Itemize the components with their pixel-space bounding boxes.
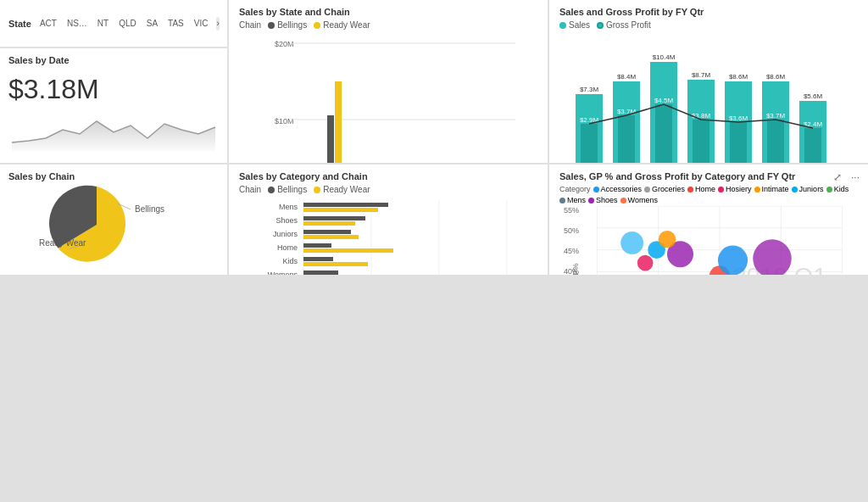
legend-kids: Kids (826, 185, 849, 193)
state-chevron-button[interactable]: › (216, 17, 219, 31)
legend-readywear: Ready Wear (314, 20, 370, 30)
sales-category-panel: Sales by Category and Chain Chain Bellin… (229, 165, 548, 275)
sales-sparkline (8, 109, 219, 151)
svg-point-126 (620, 231, 643, 254)
cat-bellings-dot (268, 187, 275, 193)
svg-text:$3.6M: $3.6M (729, 114, 748, 122)
svg-text:Home: Home (277, 243, 298, 252)
legend-groceries: Groceries (644, 185, 685, 193)
state-pill-tas[interactable]: TAS (164, 17, 187, 30)
sales-chain-panel: Sales by Chain Bellings Ready Wear (0, 165, 227, 275)
pie-container: Bellings Ready Wear (8, 185, 219, 265)
legend-shoes: Shoes (588, 196, 618, 204)
scatter-toolbar: ⤢ ··· (830, 170, 863, 185)
sales-dot (559, 22, 566, 29)
svg-rect-32 (581, 124, 598, 163)
category-legend: Chain Bellings Ready Wear (239, 185, 537, 194)
cat-readywear-dot (314, 187, 320, 193)
readywear-label: Ready Wear (323, 20, 370, 30)
state-pills: ACT NS… NT QLD SA TAS VIC (36, 17, 212, 30)
state-chain-legend-label: Chain (239, 20, 261, 30)
scatter-legend: Category Accessories Groceries Home Hosi… (559, 185, 858, 204)
scatter-category-label: Category (559, 185, 591, 193)
category-chart: $0M $5M Mens Shoes Juniors Home K (239, 199, 537, 275)
state-chain-chart: $20M $10M $0M (239, 35, 537, 163)
state-pill-qld[interactable]: QLD (115, 17, 140, 30)
svg-rect-36 (618, 115, 635, 163)
svg-text:$5.6M: $5.6M (804, 92, 823, 100)
sales-scatter-panel: Sales, GP % and Gross Profit by Category… (549, 165, 868, 275)
gross-profit-label: Gross Profit (606, 20, 651, 30)
sales-gross-profit-panel: Sales and Gross Profit by FY Qtr Sales G… (549, 0, 868, 163)
legend-hosiery: Hosiery (718, 185, 752, 193)
svg-rect-80 (303, 221, 355, 226)
sales-date-title: Sales by Date (8, 55, 219, 65)
svg-text:$20M: $20M (275, 40, 294, 48)
svg-text:Bellings: Bellings (135, 204, 164, 214)
chain-pie-chart: Bellings Ready Wear (37, 174, 190, 275)
svg-text:$4.5M: $4.5M (654, 97, 674, 104)
state-pill-nt[interactable]: NT (94, 17, 112, 30)
scatter-title: Sales, GP % and Gross Profit by Category… (559, 171, 858, 181)
svg-text:Juniors: Juniors (273, 230, 298, 238)
svg-rect-8 (327, 115, 334, 163)
readywear-dot (314, 22, 320, 29)
svg-text:$10.4M: $10.4M (653, 53, 676, 61)
y-label-45: 45% (564, 247, 579, 255)
legend-home: Home (687, 185, 715, 193)
svg-text:$3.7M: $3.7M (617, 108, 637, 115)
legend-intimate: Intimate (754, 185, 789, 193)
legend-cat-bellings: Bellings (268, 185, 307, 194)
svg-text:Kids: Kids (282, 257, 298, 265)
bellings-dot (268, 22, 275, 29)
svg-text:$7.3M: $7.3M (580, 86, 599, 93)
svg-point-127 (659, 231, 676, 248)
expand-button[interactable]: ⤢ (830, 170, 845, 185)
legend-accessories: Accessories (593, 185, 643, 193)
sales-gross-title: Sales and Gross Profit by FY Qtr (559, 7, 858, 17)
svg-rect-79 (303, 216, 365, 220)
legend-mens: Mens (559, 196, 586, 204)
svg-text:Womens: Womens (268, 271, 298, 275)
state-pill-sa[interactable]: SA (143, 17, 161, 30)
sales-date-panel: Sales by Date $3.18M (0, 48, 227, 163)
svg-text:$3.7M: $3.7M (766, 112, 786, 120)
svg-text:$8.7M: $8.7M (692, 71, 711, 79)
more-options-button[interactable]: ··· (848, 170, 863, 185)
svg-point-120 (637, 255, 654, 271)
svg-rect-88 (303, 257, 333, 261)
svg-rect-83 (303, 235, 359, 239)
svg-text:$3.8M: $3.8M (692, 112, 711, 120)
svg-rect-52 (767, 120, 784, 163)
svg-text:$10M: $10M (275, 117, 294, 126)
state-filter-panel: State ACT NS… NT QLD SA TAS VIC › (0, 0, 227, 47)
sales-date-value: $3.18M (8, 74, 219, 105)
legend-juniors: Juniors (792, 185, 824, 193)
svg-text:$8.4M: $8.4M (617, 73, 637, 81)
y-axis-title: GP% (571, 263, 580, 275)
svg-point-124 (718, 246, 748, 276)
svg-rect-85 (303, 243, 331, 248)
cat-readywear-label: Ready Wear (323, 185, 370, 194)
svg-rect-9 (335, 81, 342, 163)
svg-text:$8.6M: $8.6M (766, 73, 786, 81)
state-pill-vic[interactable]: VIC (191, 17, 212, 30)
svg-rect-82 (303, 230, 351, 234)
y-label-55: 55% (564, 206, 579, 215)
sales-category-title: Sales by Category and Chain (239, 171, 537, 181)
svg-rect-44 (693, 120, 709, 163)
state-label: State (8, 19, 31, 29)
legend-cat-readywear: Ready Wear (314, 185, 370, 194)
svg-rect-77 (303, 208, 378, 212)
scatter-chart-container: 55% 50% 45% 40% 35% 30% 25% (559, 206, 858, 275)
svg-rect-48 (730, 122, 747, 163)
svg-rect-76 (303, 203, 388, 207)
y-label-50: 50% (564, 226, 579, 235)
state-pill-act[interactable]: ACT (36, 17, 60, 30)
scatter-svg: 2018 Q1 (581, 206, 858, 275)
svg-text:$8.6M: $8.6M (729, 73, 748, 81)
gross-profit-chart: $7.3M $2.9M $8.4M $3.7M $10.4M $4.5M $8.… (559, 35, 858, 163)
sales-state-chain-title: Sales by State and Chain (239, 7, 537, 17)
svg-rect-86 (303, 248, 393, 253)
state-pill-ns[interactable]: NS… (64, 17, 91, 30)
